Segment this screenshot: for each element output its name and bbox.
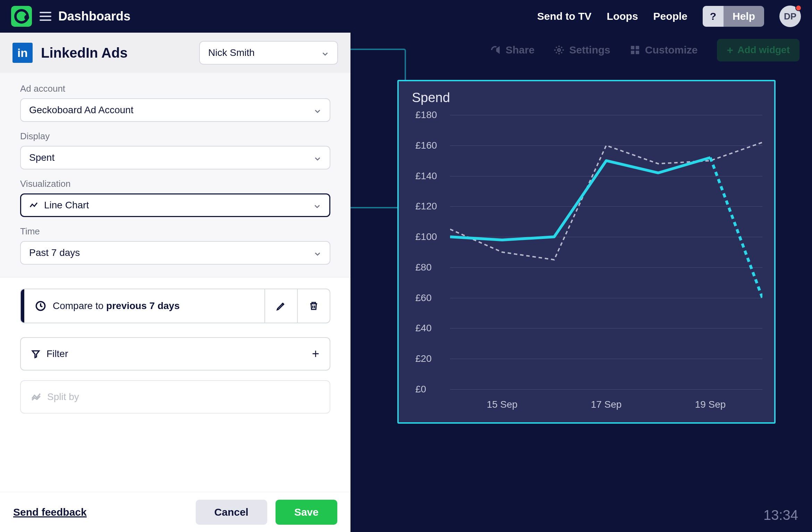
nav-people[interactable]: People [653, 10, 687, 22]
user-select-value: Nick Smith [208, 47, 255, 58]
display-dropdown[interactable]: Spent [20, 146, 330, 169]
y-tick-label: £140 [415, 171, 437, 182]
compare-filter-section: Compare to previous 7 days Filter + Spli… [0, 277, 350, 427]
y-tick-label: £60 [415, 292, 432, 304]
y-tick-label: £0 [415, 384, 426, 395]
visualization-label: Visualization [20, 178, 330, 189]
topbar: Dashboards Send to TV Loops People ? Hel… [0, 0, 812, 33]
trash-icon [308, 301, 319, 311]
chevron-down-icon [314, 154, 321, 161]
spend-line-chart: £0£20£40£60£80£100£120£140£160£18015 Sep… [412, 115, 766, 410]
dashboard-clock: 13:34 [763, 507, 798, 523]
compare-row: Compare to previous 7 days [20, 289, 330, 323]
delete-compare-button[interactable] [297, 289, 330, 323]
ad-account-label: Ad account [20, 83, 330, 94]
y-tick-label: £160 [415, 140, 437, 151]
visualization-value: Line Chart [44, 200, 89, 211]
widget-title: Spend [412, 90, 766, 105]
y-tick-label: £180 [415, 109, 437, 120]
cancel-button[interactable]: Cancel [196, 500, 267, 525]
avatar[interactable]: DP [779, 6, 801, 27]
svg-marker-3 [32, 351, 39, 358]
y-tick-label: £80 [415, 262, 432, 273]
split-by-row: Split by [20, 380, 330, 414]
app-logo [11, 6, 32, 27]
display-value: Spent [29, 152, 54, 163]
linkedin-logo-icon: in [12, 43, 33, 63]
compare-text: Compare to previous 7 days [53, 300, 180, 311]
time-value: Past 7 days [29, 247, 80, 258]
y-tick-label: £20 [415, 353, 432, 364]
plus-icon: + [312, 347, 319, 361]
chevron-down-icon [314, 106, 321, 114]
save-button[interactable]: Save [276, 500, 337, 525]
x-tick-label: 15 Sep [487, 399, 518, 410]
topbar-right: Send to TV Loops People ? Help DP [537, 6, 801, 27]
help-button[interactable]: Help [724, 6, 764, 27]
filter-icon [31, 349, 40, 358]
edit-compare-button[interactable] [264, 289, 297, 323]
user-select-dropdown[interactable]: Nick Smith [199, 41, 338, 65]
filter-row[interactable]: Filter + [20, 337, 330, 371]
x-tick-label: 17 Sep [591, 399, 622, 410]
dim-overlay [350, 33, 812, 67]
canvas-toolbar: Share Settings Customize + Add widget [350, 33, 812, 67]
compare-label-area[interactable]: Compare to previous 7 days [21, 289, 264, 323]
ad-account-dropdown[interactable]: Geckoboard Ad Account [20, 98, 330, 122]
nav-send-to-tv[interactable]: Send to TV [537, 10, 592, 22]
sidebar-footer: Send feedback Cancel Save [0, 492, 350, 532]
filter-label: Filter [46, 348, 68, 359]
help-question-button[interactable]: ? [703, 6, 724, 27]
y-tick-label: £120 [415, 201, 437, 212]
dashboard-canvas: Share Settings Customize + Add widget Sp… [350, 33, 812, 532]
widget-config-sidebar: in LinkedIn Ads Nick Smith Ad account Ge… [0, 33, 350, 532]
sidebar-header: in LinkedIn Ads Nick Smith [0, 33, 350, 73]
chevron-down-icon [314, 249, 321, 257]
nav-loops[interactable]: Loops [607, 10, 638, 22]
split-icon [31, 392, 41, 402]
x-tick-label: 19 Sep [695, 399, 726, 410]
visualization-dropdown[interactable]: Line Chart [20, 193, 330, 217]
menu-icon[interactable] [40, 12, 51, 21]
ad-account-value: Geckoboard Ad Account [29, 105, 133, 116]
clock-icon [35, 301, 46, 311]
split-label: Split by [47, 391, 79, 402]
config-form: Ad account Geckoboard Ad Account Display… [0, 73, 350, 277]
y-tick-label: £100 [415, 231, 437, 242]
integration-title: LinkedIn Ads [41, 45, 199, 61]
pencil-icon [276, 301, 286, 311]
chevron-down-icon [313, 201, 321, 209]
time-dropdown[interactable]: Past 7 days [20, 241, 330, 265]
chevron-down-icon [321, 49, 329, 57]
page-title: Dashboards [58, 9, 130, 24]
y-tick-label: £40 [415, 323, 432, 334]
display-label: Display [20, 131, 330, 142]
send-feedback-link[interactable]: Send feedback [13, 506, 87, 518]
line-chart-icon [29, 201, 38, 209]
spend-widget[interactable]: Spend £0£20£40£60£80£100£120£140£160£180… [397, 80, 776, 424]
help-group: ? Help [703, 6, 764, 27]
time-label: Time [20, 226, 330, 237]
